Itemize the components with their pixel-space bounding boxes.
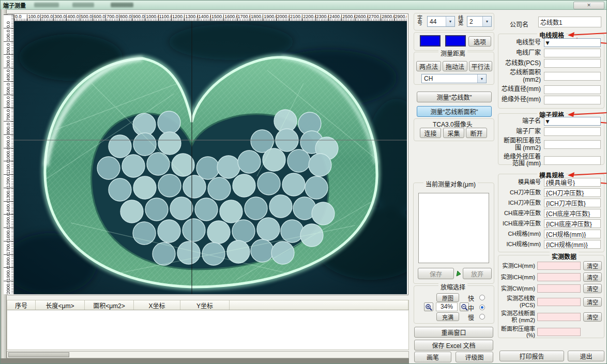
mold-spec-input[interactable]: [544, 199, 601, 207]
mold-spec-input[interactable]: [544, 240, 601, 249]
close-button[interactable]: ✕: [573, 2, 604, 9]
mold-spec-input[interactable]: [544, 178, 601, 187]
redacted-text: [72, 3, 94, 7]
save-excel-button[interactable]: 保存 Excel 文档: [414, 340, 493, 351]
mold-spec-input[interactable]: [544, 188, 601, 197]
zoom-in-icon[interactable]: [424, 302, 433, 311]
redraw-window-button[interactable]: 重画窗口: [414, 327, 493, 338]
ruler-tick-label: 100.0: [27, 14, 40, 21]
wire-spec-fields: 电线型号▼电线厂家芯线数(PCS)芯线断面积 (mm2)芯线直径(mm)绝缘外径…: [498, 37, 604, 106]
table-header-cell[interactable]: 长度<μm>: [36, 300, 85, 310]
measured-value-field[interactable]: [537, 273, 581, 281]
measured-value-field[interactable]: [537, 284, 581, 293]
parallel-method-button[interactable]: 平行法: [469, 61, 492, 71]
line-color-swatch[interactable]: [420, 35, 441, 47]
table-header-cell[interactable]: 面积<μm2>: [85, 300, 134, 310]
exit-button[interactable]: 退出: [568, 351, 604, 361]
table-header-cell[interactable]: Y坐标: [180, 300, 230, 310]
drag-method-button[interactable]: 拖动法: [443, 61, 467, 71]
app-window: 端子测量 ✕ 0.0100.0200.0300.0400.0500.0600.0…: [0, 0, 607, 364]
horizontal-scrollbar[interactable]: [7, 351, 409, 358]
ruler-tick-label: 200.0: [40, 14, 53, 21]
ruler-tick-label: 900.0: [4, 135, 13, 148]
ruler-tick-label: 1800.0: [250, 14, 263, 21]
clear-button[interactable]: 清空: [583, 272, 602, 282]
terminal-spec-input[interactable]: [544, 140, 601, 149]
grade-chart-button[interactable]: 评级图: [456, 352, 493, 362]
print-report-button[interactable]: 打印报告: [499, 351, 564, 361]
wire-spec-select[interactable]: ▼: [544, 38, 601, 47]
chevron-down-icon: ▼: [477, 74, 486, 83]
camera-connect-button[interactable]: 连接: [420, 128, 441, 138]
measure-core-area-button[interactable]: 测量“芯线断面积”: [417, 106, 492, 117]
company-input[interactable]: [538, 17, 601, 27]
ruler-tick-label: 1900.0: [263, 14, 276, 21]
measured-label: 实测芯线断面积 (mm2): [499, 310, 537, 323]
discard-button[interactable]: 放弃: [463, 268, 492, 279]
redacted-text: [111, 3, 133, 7]
font-size-select[interactable]: 44 ▼: [427, 16, 455, 27]
measure-object-listbox[interactable]: [418, 193, 489, 263]
terminal-spec-row: 断面积压着范围 (mm2): [500, 138, 601, 152]
chevron-down-icon: ▼: [544, 118, 551, 125]
zoom-value-field[interactable]: 34%: [436, 302, 458, 311]
mold-spec-input[interactable]: [544, 230, 601, 238]
options-button[interactable]: 选项: [468, 36, 491, 47]
speed-medium-radio[interactable]: [479, 305, 485, 310]
measured-value-field[interactable]: [537, 262, 581, 270]
results-table-header[interactable]: 序号长度<μm>面积<μm2>X坐标Y坐标: [7, 300, 409, 310]
speed-slow-radio[interactable]: [479, 314, 485, 320]
two-point-button[interactable]: 两点法: [416, 61, 441, 71]
scrollbar-thumb[interactable]: [8, 352, 69, 357]
wire-spec-field-label: 芯线断面积 (mm2): [500, 69, 544, 84]
pen-button[interactable]: 画笔: [414, 352, 451, 362]
wire-strand: [263, 148, 285, 171]
ruler-tick-label: 1900.0: [4, 268, 13, 281]
original-size-button[interactable]: 原图: [436, 293, 459, 302]
text-color-swatch[interactable]: [445, 35, 466, 47]
wire-spec-input[interactable]: [544, 59, 601, 68]
wire-spec-input[interactable]: [544, 72, 601, 81]
speed-fast-radio[interactable]: [479, 295, 485, 300]
camera-disconnect-button[interactable]: 断开: [466, 128, 487, 138]
clear-button[interactable]: 清空: [583, 297, 602, 307]
clear-button[interactable]: 清空: [583, 284, 602, 293]
wire-strand: [233, 174, 255, 197]
ruler-tick-label: 2800.0: [381, 14, 393, 21]
mold-spec-input[interactable]: [544, 209, 601, 218]
measured-value-field[interactable]: [537, 298, 581, 306]
wire-strand: [281, 220, 304, 242]
measured-value-field[interactable]: [537, 328, 581, 336]
wire-strand: [232, 220, 255, 242]
measure-core-count-button[interactable]: 测量“芯线数”: [417, 92, 492, 102]
clear-button[interactable]: 清空: [583, 261, 602, 270]
ruler-tick-label: 800.0: [119, 14, 132, 21]
table-header-cell[interactable]: 序号: [7, 300, 36, 310]
measured-value-field[interactable]: [537, 313, 581, 321]
terminal-spec-input[interactable]: [544, 127, 601, 136]
terminal-spec-field-label: 断面积压着范围 (mm2): [500, 138, 544, 152]
save-button[interactable]: 保存: [418, 268, 454, 279]
mold-spec-field-label: CH刀冲压数: [500, 189, 544, 196]
fit-button[interactable]: 充满: [436, 312, 459, 321]
mold-spec-input[interactable]: [544, 219, 601, 228]
ruler-tick-label: 1800.0: [4, 254, 13, 268]
wire-spec-input[interactable]: [544, 49, 601, 57]
ruler-tick-label: 600.0: [4, 95, 13, 108]
camera-capture-button[interactable]: 采集: [443, 128, 464, 138]
wire-spec-input[interactable]: [544, 85, 601, 94]
terminal-spec-select[interactable]: ▼: [544, 117, 601, 126]
wire-spec-row: 电线型号▼: [500, 38, 601, 47]
line-width-select[interactable]: 2 ▼: [467, 16, 492, 27]
chevron-down-icon: ▼: [446, 17, 454, 26]
clear-button[interactable]: 清空: [583, 312, 602, 322]
terminal-spec-input[interactable]: [544, 156, 601, 165]
table-header-cell[interactable]: X坐标: [134, 300, 180, 310]
wire-spec-input[interactable]: [544, 96, 601, 104]
ruler-tick-label: 1000.0: [4, 148, 13, 161]
wire-strand: [158, 111, 180, 134]
microscope-image[interactable]: [14, 21, 407, 294]
wire-strand: [300, 224, 323, 247]
ruler-tick-label: 1500.0: [210, 14, 223, 21]
measure-mode-select[interactable]: CH ▼: [421, 74, 487, 83]
